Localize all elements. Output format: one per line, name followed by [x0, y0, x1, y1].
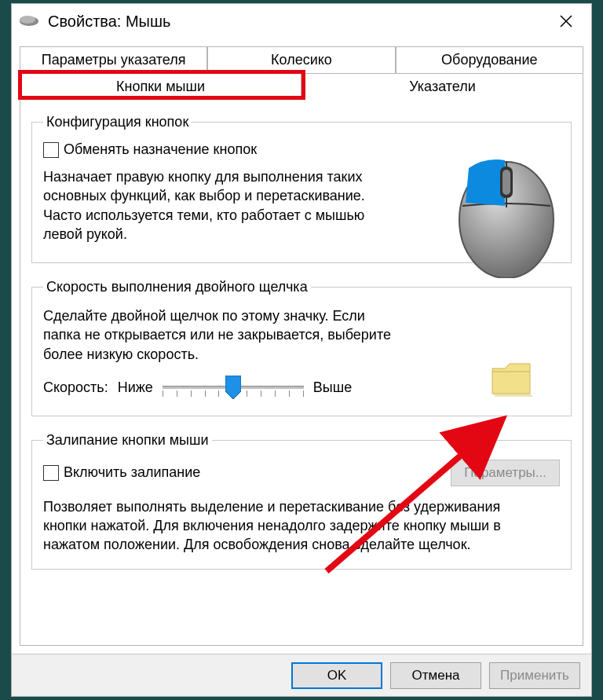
mouse-device-icon — [18, 14, 40, 28]
window-title: Свойства: Мышь — [48, 13, 547, 31]
tab-hardware[interactable]: Оборудование — [396, 46, 583, 74]
ok-button[interactable]: OK — [291, 662, 382, 689]
clicklock-checkbox[interactable] — [43, 465, 59, 481]
slider-thumb[interactable] — [225, 376, 241, 399]
speed-high-label: Выше — [313, 379, 352, 396]
properties-window: Свойства: Мышь Параметры указателя Колес… — [11, 3, 592, 697]
clicklock-desc: Позволяет выполнять выделение и перетаск… — [43, 497, 530, 555]
clicklock-settings-button: Параметры... — [451, 460, 560, 486]
tabs-area: Параметры указателя Колесико Оборудовани… — [12, 38, 591, 101]
svg-point-1 — [20, 16, 35, 24]
close-button[interactable] — [547, 4, 585, 38]
doubleclick-test-folder-icon[interactable] — [489, 359, 533, 398]
tab-wheel[interactable]: Колесико — [207, 46, 395, 74]
group-button-config-legend: Конфигурация кнопок — [43, 114, 192, 130]
doubleclick-desc: Сделайте двойной щелчок по этому значку.… — [43, 306, 404, 364]
tab-buttons[interactable]: Кнопки мыши — [20, 74, 302, 101]
group-clicklock-legend: Залипание кнопки мыши — [43, 432, 212, 449]
dialog-footer: OK Отмена Применить — [12, 654, 591, 696]
group-doubleclick-legend: Скорость выполнения двойного щелчка — [43, 279, 311, 295]
speed-low-label: Ниже — [118, 379, 153, 396]
speed-label: Скорость: — [43, 379, 108, 396]
mouse-illustration-icon — [453, 146, 560, 278]
swap-buttons-desc: Назначает правую кнопку для выполнения т… — [43, 167, 381, 244]
clicklock-label: Включить залипание — [64, 464, 200, 481]
tab-content: Конфигурация кнопок Обменять назначение … — [20, 100, 583, 646]
svg-rect-4 — [502, 170, 510, 195]
doubleclick-speed-slider[interactable] — [163, 375, 304, 401]
tab-pointer-options[interactable]: Параметры указателя — [20, 46, 207, 74]
swap-buttons-checkbox[interactable] — [43, 142, 59, 158]
apply-button: Применить — [489, 662, 580, 689]
swap-buttons-label: Обменять назначение кнопок — [64, 141, 257, 158]
group-doubleclick-speed: Скорость выполнения двойного щелчка Сдел… — [31, 279, 572, 416]
tab-pointers[interactable]: Указатели — [302, 74, 583, 101]
group-clicklock: Залипание кнопки мыши Включить залипание… — [31, 432, 572, 570]
titlebar: Свойства: Мышь — [12, 4, 591, 38]
cancel-button[interactable]: Отмена — [390, 662, 481, 689]
group-button-config: Конфигурация кнопок Обменять назначение … — [31, 114, 572, 263]
